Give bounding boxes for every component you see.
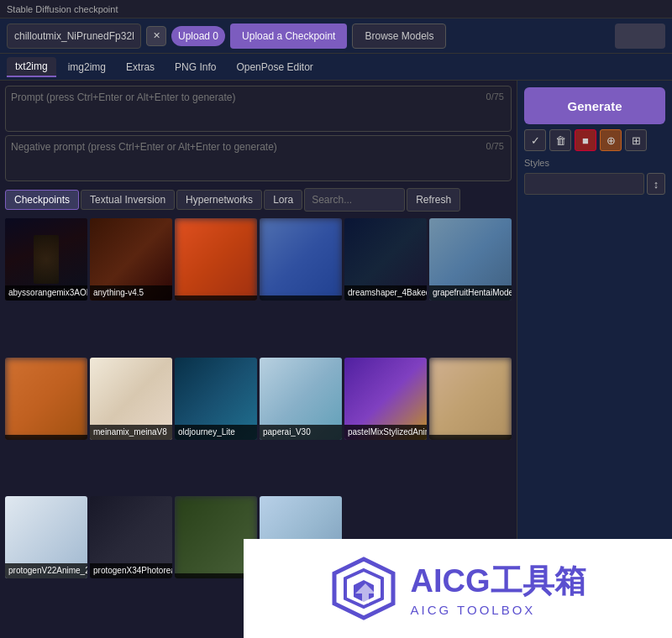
tab-png-info[interactable]: PNG Info (166, 58, 224, 76)
watermark-logo (330, 555, 397, 622)
list-item[interactable] (175, 218, 257, 301)
stop-tool-button[interactable]: ■ (575, 129, 596, 151)
gallery-item-label: pastelMixStylizedAnime_pastelMixFull (344, 425, 427, 440)
list-item[interactable]: abyssorangemix3AOM3_aom3a1b (5, 218, 87, 301)
list-item[interactable]: pastelMixStylizedAnime_pastelMixFull (344, 358, 427, 440)
gallery-item-label: protogenV22Anime_22 (5, 563, 87, 578)
upload-checkpoint-button[interactable]: Upload a Checkpoint (230, 24, 347, 49)
styles-label: Styles (524, 158, 665, 168)
app-title: Stable Diffusion checkpoint (7, 4, 118, 14)
list-item[interactable] (260, 218, 342, 301)
tool-row: ✓ 🗑 ■ ⊕ ⊞ (524, 129, 665, 151)
gallery-item-label (5, 435, 87, 440)
interrupt-tool-button[interactable]: ⊕ (600, 129, 622, 151)
tab-textual-inversion[interactable]: Textual Inversion (81, 190, 175, 210)
upload-badge: Upload 0 (171, 26, 225, 46)
gallery-item-label: paperai_V30 (260, 425, 342, 440)
gallery-item-label (260, 295, 342, 301)
styles-input[interactable] (524, 173, 644, 195)
positive-token-count: 0/75 (486, 92, 504, 102)
extra-tool-button[interactable]: ⊞ (625, 129, 647, 151)
gallery-item-label (175, 295, 257, 301)
positive-prompt-box: 0/75 (5, 86, 512, 132)
watermark-en-text: AICG TOOLBOX (411, 603, 586, 617)
list-item[interactable]: meinamix_meinaV8 (90, 358, 172, 440)
gallery-item-label: grapefruitHentaiModel_grapefruitv41 (429, 285, 512, 301)
list-item[interactable]: grapefruitHentaiModel_grapefruitv41 (429, 218, 512, 301)
negative-token-count: 0/75 (486, 141, 504, 151)
delete-tool-button[interactable]: 🗑 (549, 129, 571, 151)
negative-prompt-box: 0/75 (5, 135, 512, 181)
gallery-item-label: protogenX34Photorealism_1 (90, 563, 172, 578)
browse-models-button[interactable]: Browse Models (352, 24, 446, 49)
gallery-tab-row: Checkpoints Textual Inversion Hypernetwo… (5, 185, 512, 215)
gallery-item-label: abyssorangemix3AOM3_aom3a1b (5, 285, 87, 301)
gallery-search-input[interactable] (304, 188, 405, 212)
tab-openpose[interactable]: OpenPose Editor (228, 58, 321, 76)
tab-extras[interactable]: Extras (118, 58, 163, 76)
watermark-cn-text: AICG工具箱 (411, 560, 586, 603)
title-bar: Stable Diffusion checkpoint (0, 0, 672, 18)
model-clear-button[interactable]: ✕ (146, 26, 166, 46)
model-selector[interactable] (7, 24, 141, 49)
watermark-overlay: AICG工具箱 AICG TOOLBOX (244, 539, 672, 638)
list-item[interactable]: protogenX34Photorealism_1 (90, 496, 172, 578)
refresh-button[interactable]: Refresh (407, 188, 460, 212)
top-bar: ✕ Upload 0 Upload a Checkpoint Browse Mo… (0, 18, 672, 54)
user-avatar (615, 24, 665, 49)
list-item[interactable] (429, 358, 512, 440)
tab-checkpoints[interactable]: Checkpoints (5, 190, 79, 210)
list-item[interactable] (5, 358, 87, 440)
main-tabs: txt2img img2img Extras PNG Info OpenPose… (0, 54, 672, 81)
list-item[interactable]: paperai_V30 (260, 358, 342, 440)
gallery-item-label: anything-v4.5 (90, 285, 172, 301)
positive-prompt-input[interactable] (11, 92, 506, 123)
styles-toggle-button[interactable]: ↕ (647, 173, 665, 195)
list-item[interactable]: dreamshaper_4BakedVae (344, 218, 427, 301)
gallery-item-label (429, 435, 512, 440)
confirm-tool-button[interactable]: ✓ (524, 129, 546, 151)
list-item[interactable]: oldjourney_Lite (175, 358, 257, 440)
negative-prompt-input[interactable] (11, 141, 506, 173)
generate-button[interactable]: Generate (524, 87, 665, 124)
tab-lora[interactable]: Lora (264, 190, 302, 210)
gallery-item-label: dreamshaper_4BakedVae (344, 285, 427, 301)
list-item[interactable]: protogenV22Anime_22 (5, 496, 87, 578)
gallery-item-label: meinamix_meinaV8 (90, 425, 172, 440)
tab-hypernetworks[interactable]: Hypernetworks (176, 190, 262, 210)
tab-img2img[interactable]: img2img (60, 58, 114, 76)
styles-row: ↕ (524, 173, 665, 195)
tab-txt2img[interactable]: txt2img (7, 57, 56, 77)
watermark-text-container: AICG工具箱 AICG TOOLBOX (411, 560, 586, 617)
gallery-item-label: oldjourney_Lite (175, 425, 257, 440)
list-item[interactable]: anything-v4.5 (90, 218, 172, 301)
